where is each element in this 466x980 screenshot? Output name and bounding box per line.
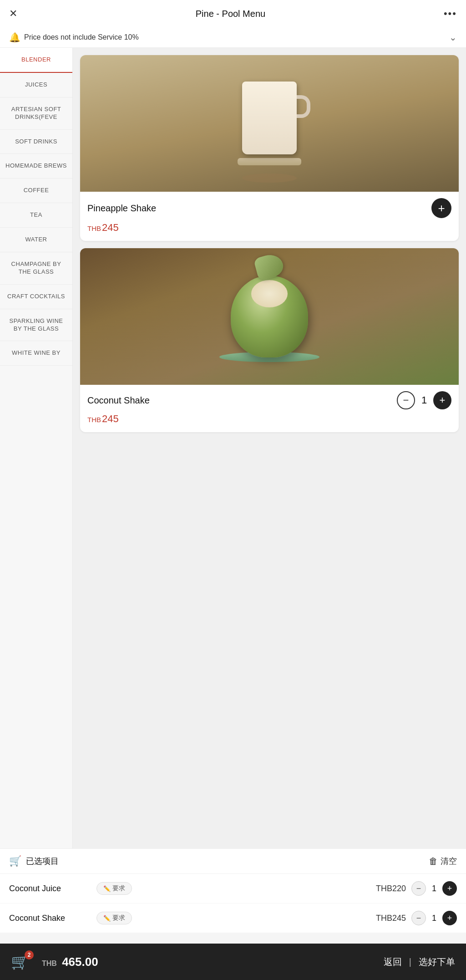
sidebar: BLENDER JUICES ARTESIAN SOFT DRINKS(FEVE… xyxy=(0,48,73,848)
clear-label: 清空 xyxy=(441,856,457,867)
order-item-price: THB245 xyxy=(360,914,406,923)
increase-coconut-juice-button[interactable]: + xyxy=(442,881,457,896)
notice-message: Price does not include Service 10% xyxy=(24,33,139,41)
req-label: 要求 xyxy=(112,884,125,893)
quantity-value: 1 xyxy=(419,394,430,406)
req-tag-coconut-juice[interactable]: ✏️ 要求 xyxy=(96,882,132,895)
sidebar-item-tea[interactable]: TEA xyxy=(0,203,72,228)
req-label: 要求 xyxy=(112,914,125,922)
mug-base xyxy=(238,158,301,165)
sidebar-item-white-wine[interactable]: WHITE WINE BY xyxy=(0,341,72,366)
sidebar-item-juices[interactable]: JUICES xyxy=(0,73,72,97)
sidebar-item-champagne[interactable]: CHAMPAGNE BY THE GLASS xyxy=(0,252,72,285)
main-layout: BLENDER JUICES ARTESIAN SOFT DRINKS(FEVE… xyxy=(0,48,466,848)
top-bar: ✕ Pine - Pool Menu ••• xyxy=(0,0,466,27)
total-amount: 465.00 xyxy=(62,955,98,969)
total-currency-label: THB xyxy=(42,960,57,967)
menu-card-pineapple-shake: Pineapple Shake + THB245 xyxy=(80,55,459,241)
edit-icon: ✏️ xyxy=(103,885,111,892)
increase-coconut-shake-order-button[interactable]: + xyxy=(442,911,457,925)
sidebar-item-artesian[interactable]: ARTESIAN SOFT DRINKS(FEVE xyxy=(0,97,72,130)
chevron-down-icon[interactable]: ⌄ xyxy=(449,32,457,43)
decrease-coconut-juice-button[interactable]: − xyxy=(411,881,426,896)
cart-count-badge: 2 xyxy=(25,950,34,960)
order-item-coconut-juice: Coconut Juice ✏️ 要求 THB220 − 1 + xyxy=(0,874,466,903)
req-tag-coconut-shake[interactable]: ✏️ 要求 xyxy=(96,912,132,924)
menu-card-coconut-shake: Coconut Shake − 1 + THB245 xyxy=(80,248,459,432)
sidebar-item-coffee[interactable]: COFFEE xyxy=(0,179,72,203)
order-section: 🛒 已选项目 🗑 清空 Coconut Juice ✏️ 要求 THB220 −… xyxy=(0,848,466,933)
order-header: 🛒 已选项目 🗑 清空 xyxy=(0,849,466,874)
order-header-left: 🛒 已选项目 xyxy=(9,855,59,867)
coconut-top xyxy=(253,252,286,281)
divider: | xyxy=(409,957,411,967)
pineapple-shake-info: Pineapple Shake + THB245 xyxy=(80,192,459,241)
item-name: Pineapple Shake xyxy=(87,203,156,214)
decrease-coconut-shake-order-button[interactable]: − xyxy=(411,911,426,925)
decrease-coconut-shake-button[interactable]: − xyxy=(397,391,415,409)
quantity-control: − 1 + xyxy=(397,391,451,409)
sidebar-item-blender[interactable]: BLENDER xyxy=(0,48,72,73)
bottom-actions: 返回 | 选好下单 xyxy=(384,956,455,968)
increase-coconut-shake-button[interactable]: + xyxy=(433,391,451,409)
back-button[interactable]: 返回 xyxy=(384,956,402,968)
cart-badge-wrap: 🛒 2 xyxy=(11,953,29,970)
order-qty-control: − 1 + xyxy=(411,881,457,896)
order-item-price: THB220 xyxy=(360,884,406,893)
add-pineapple-shake-button[interactable]: + xyxy=(431,198,451,218)
edit-icon: ✏️ xyxy=(103,915,111,922)
coconut-body xyxy=(231,276,308,357)
item-price: THB245 xyxy=(87,222,451,234)
more-button[interactable]: ••• xyxy=(444,8,457,20)
trash-icon: 🗑 xyxy=(429,856,438,867)
bottom-bar: 🛒 2 THB 465.00 返回 | 选好下单 xyxy=(0,944,466,980)
confirm-order-button[interactable]: 选好下单 xyxy=(419,956,455,968)
order-qty-value: 1 xyxy=(430,884,439,893)
order-qty-value: 1 xyxy=(430,914,439,923)
order-item-name: Coconut Shake xyxy=(9,914,91,923)
cart-icon: 🛒 xyxy=(9,855,21,867)
pineapple-shake-image xyxy=(80,55,459,192)
sidebar-item-soft-drinks[interactable]: SOFT DRINKS xyxy=(0,130,72,154)
coconut-shake-info: Coconut Shake − 1 + THB245 xyxy=(80,385,459,432)
mug-shape xyxy=(242,82,297,154)
order-item-name: Coconut Juice xyxy=(9,884,91,893)
sidebar-item-craft-cocktails[interactable]: CRAFT COCKTAILS xyxy=(0,285,72,309)
bell-icon: 🔔 xyxy=(9,32,20,43)
order-item-coconut-shake: Coconut Shake ✏️ 要求 THB245 − 1 + xyxy=(0,903,466,933)
mug-visual xyxy=(238,82,301,165)
order-header-title: 已选项目 xyxy=(26,856,59,867)
order-qty-control: − 1 + xyxy=(411,911,457,925)
price-value: 245 xyxy=(102,222,119,233)
sidebar-item-homemade-brews[interactable]: HOMEMADE BREWS xyxy=(0,154,72,179)
price-unit: THB xyxy=(87,225,101,232)
page-title: Pine - Pool Menu xyxy=(196,9,265,19)
card-name-row: Coconut Shake − 1 + xyxy=(87,391,451,409)
sidebar-item-sparkling[interactable]: SPARKLING WINE BY THE GLASS xyxy=(0,309,72,342)
clear-order-button[interactable]: 🗑 清空 xyxy=(429,856,457,867)
close-button[interactable]: ✕ xyxy=(9,9,17,19)
notice-banner: 🔔 Price does not include Service 10% ⌄ xyxy=(0,27,466,48)
content-area: Pineapple Shake + THB245 xyxy=(73,48,466,848)
sidebar-item-water[interactable]: WATER xyxy=(0,228,72,252)
price-unit: THB xyxy=(87,416,101,424)
notice-text: 🔔 Price does not include Service 10% xyxy=(9,32,139,43)
item-name: Coconut Shake xyxy=(87,395,150,406)
price-value: 245 xyxy=(102,413,119,424)
coconut-shake-image xyxy=(80,248,459,385)
total-price: THB 465.00 xyxy=(42,955,98,969)
mug-handle xyxy=(297,95,310,118)
coconut-visual-wrap xyxy=(80,248,459,376)
item-price: THB245 xyxy=(87,413,451,425)
card-name-row: Pineapple Shake + xyxy=(87,198,451,218)
coconut-inner xyxy=(251,280,288,307)
